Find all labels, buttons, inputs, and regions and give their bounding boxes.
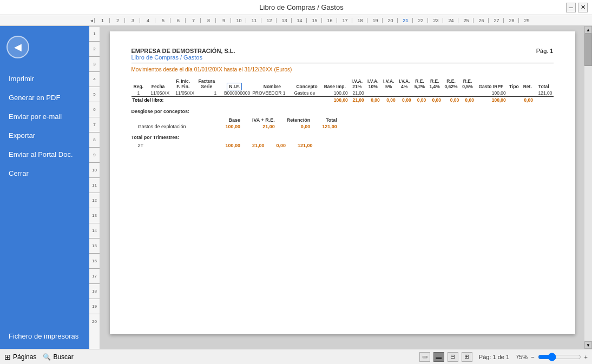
main-area: ◀ Imprimir Generar en PDF Enviar por e-m… xyxy=(0,26,592,349)
scroll-up-button[interactable]: ▲ xyxy=(584,26,592,34)
sidebar-item-generar-pdf[interactable]: Generar en PDF xyxy=(0,88,89,107)
window-title: Libro de Compras / Gastos xyxy=(37,3,566,11)
pages-label: Páginas xyxy=(13,353,36,361)
horizontal-ruler: ◂ 1 2 3 4 5 6 7 8 9 10 11 12 13 14 15 16… xyxy=(0,15,592,26)
totals-row: Total del libro: 100,00 21,00 0,00 0,00 … xyxy=(131,97,554,104)
search-label: Buscar xyxy=(53,353,73,361)
close-button[interactable]: ✕ xyxy=(578,3,588,12)
page-info: Pág: 1 de 1 xyxy=(479,354,509,360)
book-subtitle: Libro de Compras / Gastos xyxy=(131,54,235,61)
quarterly-table: 2T 100,00 21,00 0,00 121,00 xyxy=(137,142,319,149)
sidebar-item-fichero-impresoras[interactable]: Fichero de impresoras xyxy=(0,327,89,349)
breakdown-section: Desglose por conceptos: Base IVA + R.E. … xyxy=(131,109,554,130)
titlebar: Libro de Compras / Gastos ─ ✕ xyxy=(0,0,592,15)
sidebar-item-cerrar[interactable]: Cerrar xyxy=(0,164,89,183)
back-button[interactable]: ◀ xyxy=(6,36,29,58)
col-concepto: Concepto xyxy=(293,78,321,90)
zoom-plus-icon[interactable]: + xyxy=(584,354,588,360)
ruler-marks: ◂ 1 2 3 4 5 6 7 8 9 10 11 12 13 14 15 16… xyxy=(90,18,534,23)
col-iva-4: I.V.A.4% xyxy=(397,78,412,90)
quarterly-row: 2T 100,00 21,00 0,00 121,00 xyxy=(138,143,318,148)
transactions-table: Reg. Fecha F. Inic.F. Fin. FacturaSerie … xyxy=(131,78,554,103)
sidebar-item-enviar-portal[interactable]: Enviar al Portal Doc. xyxy=(0,145,89,164)
pages-icon: ⊞ xyxy=(4,353,11,361)
col-gasto-irpf: Gasto IRPF xyxy=(475,78,507,90)
col-nombre: Nombre xyxy=(251,78,293,90)
col-re-52: R.E.5,2% xyxy=(412,78,427,90)
search-button[interactable]: 🔍 Buscar xyxy=(43,353,73,361)
bottombar-right: ▭ ▬ ⊟ ⊞ Pág: 1 de 1 75% − + xyxy=(419,352,588,362)
header-separator xyxy=(131,63,554,63)
view-double-button[interactable]: ▬ xyxy=(433,352,444,362)
window-controls: ─ ✕ xyxy=(566,3,588,12)
col-iva-5: I.V.A.5% xyxy=(381,78,397,90)
doc-header: EMPRESA DE DEMOSTRACIÓN, S.L. Libro de C… xyxy=(131,48,554,61)
zoom-minus-icon[interactable]: − xyxy=(531,354,534,360)
sidebar: ◀ Imprimir Generar en PDF Enviar por e-m… xyxy=(0,26,89,349)
zoom-value: 75% xyxy=(516,354,528,360)
col-tipo: Tipo xyxy=(507,78,521,90)
document-area[interactable]: EMPRESA DE DEMOSTRACIÓN, S.L. Libro de C… xyxy=(100,26,584,349)
breakdown-table: Base IVA + R.E. Retención Total Gastos d… xyxy=(137,116,344,130)
col-ret: Ret. xyxy=(521,78,534,90)
search-icon: 🔍 xyxy=(43,353,51,361)
quarterly-title: Total por Trimestres: xyxy=(131,135,554,140)
sidebar-item-enviar-email[interactable]: Enviar por e-mail xyxy=(0,107,89,126)
col-re-05: R.E.0,5% xyxy=(460,78,475,90)
sidebar-item-exportar[interactable]: Exportar xyxy=(0,126,89,145)
col-reg: Reg. xyxy=(131,78,146,90)
scroll-track[interactable] xyxy=(584,34,592,341)
period-text: Movimientos desde el día 01/01/20XX hast… xyxy=(131,67,554,72)
col-factura: FacturaSerie xyxy=(195,78,218,90)
minimize-button[interactable]: ─ xyxy=(566,3,576,12)
sidebar-item-imprimir[interactable]: Imprimir xyxy=(0,69,89,88)
vertical-scrollbar[interactable]: ▲ ▼ xyxy=(584,26,592,349)
view-grid3-button[interactable]: ⊞ xyxy=(462,352,472,362)
view-single-button[interactable]: ▭ xyxy=(419,352,430,362)
zoom-slider[interactable] xyxy=(538,353,581,361)
col-iva-21: I.V.A.21% xyxy=(349,78,365,90)
bottombar: ⊞ Páginas 🔍 Buscar ▭ ▬ ⊟ ⊞ Pág: 1 de 1 7… xyxy=(0,349,592,364)
table-row: 1 11/05/XX 11/05/XX 1 B000000000 PROVEED… xyxy=(131,90,554,97)
col-base-imp: Base Imp. xyxy=(321,78,349,90)
bottombar-left: ⊞ Páginas 🔍 Buscar xyxy=(4,353,74,361)
col-re-062: R.E.0,62% xyxy=(442,78,460,90)
scroll-thumb[interactable] xyxy=(584,34,592,66)
company-name: EMPRESA DE DEMOSTRACIÓN, S.L. xyxy=(131,48,235,54)
quarterly-section: Total por Trimestres: 2T 100,00 21,00 0,… xyxy=(131,135,554,149)
col-re-14: R.E.1,4% xyxy=(427,78,442,90)
col-f-ini: F. Inic.F. Fin. xyxy=(170,78,195,90)
document-page: EMPRESA DE DEMOSTRACIÓN, S.L. Libro de C… xyxy=(110,31,575,334)
breakdown-title: Desglose por conceptos: xyxy=(131,109,190,114)
col-fecha: Fecha xyxy=(146,78,170,90)
col-iva-10: I.V.A.10% xyxy=(365,78,381,90)
pages-button[interactable]: ⊞ Páginas xyxy=(4,353,36,361)
col-nif: N.I.F. xyxy=(218,78,251,90)
col-total: Total xyxy=(534,78,554,90)
scroll-down-button[interactable]: ▼ xyxy=(584,341,592,349)
page-number: Pág. 1 xyxy=(536,48,554,61)
breakdown-row: Gastos de explotación 100,00 21,00 0,00 … xyxy=(138,124,343,129)
view-grid2-button[interactable]: ⊟ xyxy=(448,352,458,362)
vertical-ruler: 1 2 3 4 5 6 7 8 9 10 11 12 13 14 15 16 1… xyxy=(89,26,100,349)
